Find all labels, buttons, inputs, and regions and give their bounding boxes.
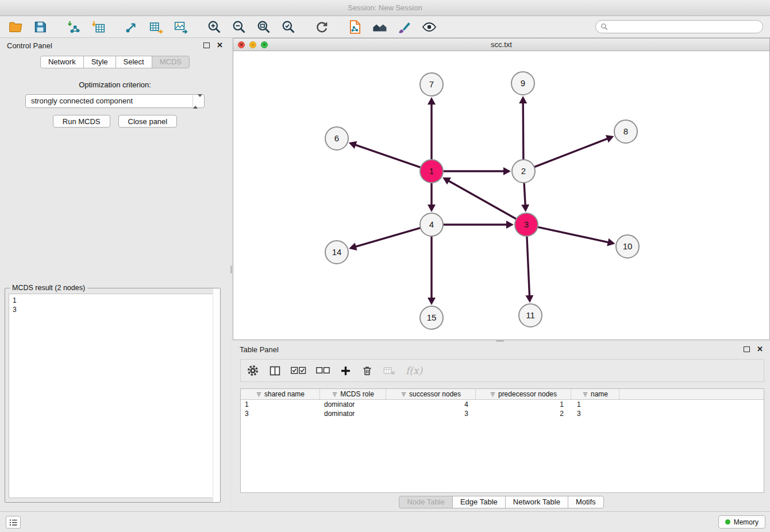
graph-node-11[interactable]: 11 — [519, 304, 542, 327]
tab-style[interactable]: Style — [83, 56, 116, 68]
function-builder-icon[interactable]: f(x) — [406, 365, 422, 376]
graph-node-2[interactable]: 2 — [512, 160, 535, 183]
add-row-icon[interactable] — [340, 365, 352, 377]
window-close-icon[interactable]: ✕ — [238, 41, 245, 48]
table-row[interactable]: 1dominator411 — [241, 400, 764, 409]
optimization-criterion-select[interactable]: strongly connected component — [25, 94, 205, 108]
memory-label: Memory — [734, 518, 759, 526]
search-box[interactable] — [595, 20, 763, 33]
tab-motifs[interactable]: Motifs — [568, 496, 604, 508]
graph-node-6[interactable]: 6 — [325, 127, 348, 150]
run-mcds-button[interactable]: Run MCDS — [53, 115, 110, 128]
column-header-mcds-role[interactable]: MCDS role — [320, 389, 386, 399]
close-panel-button[interactable]: Close panel — [118, 115, 178, 128]
save-session-icon[interactable] — [32, 18, 49, 36]
import-network-icon[interactable] — [65, 18, 82, 36]
graph-node-label: 14 — [332, 247, 342, 257]
export-table-icon[interactable] — [148, 18, 165, 36]
delete-table-icon[interactable] — [383, 365, 396, 376]
mcds-result-group: MCDS result (2 nodes) 13 — [5, 288, 221, 503]
optimization-criterion-label: Optimization criterion: — [0, 80, 230, 89]
panel-menu-button[interactable] — [6, 516, 21, 529]
graph-edge-2-8[interactable] — [535, 135, 614, 167]
tab-network[interactable]: Network — [40, 56, 84, 68]
memory-button[interactable]: Memory — [718, 515, 765, 529]
tab-mcds[interactable]: MCDS — [152, 56, 190, 68]
graph-edge-1-7[interactable] — [428, 97, 436, 159]
delete-row-icon[interactable] — [361, 365, 373, 377]
table-row[interactable]: 3dominator323 — [241, 409, 764, 418]
open-file-icon[interactable] — [7, 18, 24, 36]
graph-node-14[interactable]: 14 — [325, 241, 348, 264]
graph-edge-1-4[interactable] — [428, 183, 436, 212]
tab-node-table[interactable]: Node Table — [399, 496, 453, 508]
network-window-title: scc.txt — [491, 40, 512, 49]
column-header-successor-nodes[interactable]: successor nodes — [386, 389, 476, 399]
window-minimize-icon[interactable]: − — [249, 41, 256, 48]
table-settings-gear-icon[interactable] — [247, 364, 259, 377]
refresh-layout-icon[interactable] — [313, 18, 330, 36]
graph-edge-3-11[interactable] — [525, 237, 533, 303]
window-title: Session: New Session — [0, 0, 770, 16]
graph-edge-1-2[interactable] — [444, 167, 511, 175]
zoom-in-icon[interactable] — [206, 18, 223, 36]
control-panel: Control Panel ✕ NetworkStyleSelectMCDS O… — [0, 38, 230, 511]
graph-node-9[interactable]: 9 — [511, 72, 534, 95]
graph-node-1[interactable]: 1 — [420, 160, 443, 183]
graph-edge-4-3[interactable] — [444, 221, 514, 229]
tab-edge-table[interactable]: Edge Table — [452, 496, 506, 508]
tab-network-table[interactable]: Network Table — [505, 496, 568, 508]
column-header-shared-name[interactable]: shared name — [241, 389, 320, 399]
sort-icon — [490, 391, 496, 398]
export-network-icon[interactable] — [346, 18, 364, 36]
close-panel-icon[interactable]: ✕ — [217, 42, 223, 49]
dropdown-selected-value: strongly connected component — [31, 97, 133, 105]
tab-select[interactable]: Select — [116, 56, 152, 68]
graph-node-15[interactable]: 15 — [420, 306, 443, 329]
style-brush-icon[interactable] — [396, 18, 413, 36]
column-selector-icon[interactable] — [269, 365, 281, 377]
deselect-all-icon[interactable] — [316, 367, 330, 375]
graph-node-4[interactable]: 4 — [420, 213, 443, 236]
zoom-fit-icon[interactable] — [255, 18, 272, 36]
mcds-result-list[interactable]: 13 — [9, 294, 217, 498]
graph-node-label: 7 — [429, 79, 434, 89]
sort-icon — [582, 391, 588, 398]
graph-edge-1-6[interactable] — [349, 141, 420, 167]
graph-node-3[interactable]: 3 — [515, 213, 538, 236]
export-image-icon[interactable] — [172, 18, 190, 36]
graph-node-10[interactable]: 10 — [616, 235, 639, 258]
import-table-icon[interactable] — [90, 18, 107, 36]
new-network-icon[interactable] — [123, 18, 140, 36]
graph-edge-4-14[interactable] — [349, 228, 420, 250]
show-hide-icon[interactable] — [421, 18, 438, 36]
graph-edge-3-10[interactable] — [538, 227, 615, 246]
result-scrollbar[interactable] — [213, 288, 220, 502]
column-header-predecessor-nodes[interactable]: predecessor nodes — [476, 389, 571, 399]
float-table-panel-icon[interactable] — [744, 346, 750, 352]
select-all-icon[interactable] — [291, 366, 306, 375]
first-neighbors-icon[interactable] — [371, 18, 388, 36]
table-cell: 1 — [241, 400, 320, 409]
zoom-out-icon[interactable] — [230, 18, 248, 36]
mcds-result-title: MCDS result (2 nodes) — [10, 284, 87, 292]
graph-edge-2-3[interactable] — [521, 183, 529, 212]
close-table-panel-icon[interactable]: ✕ — [757, 346, 763, 353]
table-cell: 3 — [386, 409, 476, 418]
window-maximize-icon[interactable]: + — [261, 41, 268, 48]
graph-edge-2-9[interactable] — [519, 96, 527, 159]
table-cell: 3 — [571, 409, 619, 418]
graph-edge-4-15[interactable] — [428, 237, 436, 305]
table-body: 1dominator4113dominator323 — [241, 400, 764, 418]
graph-edge-3-1[interactable] — [442, 178, 516, 219]
graph-node-7[interactable]: 7 — [420, 73, 443, 96]
column-header-name[interactable]: name — [571, 389, 619, 399]
network-canvas[interactable]: 7968124314101511 — [233, 51, 769, 340]
search-input[interactable] — [611, 23, 758, 31]
graph-node-label: 3 — [524, 219, 529, 229]
column-header-filler — [619, 389, 764, 399]
graph-node-label: 2 — [521, 166, 526, 176]
float-panel-icon[interactable] — [203, 43, 210, 48]
zoom-selected-icon[interactable] — [280, 18, 297, 36]
graph-node-8[interactable]: 8 — [614, 120, 637, 143]
